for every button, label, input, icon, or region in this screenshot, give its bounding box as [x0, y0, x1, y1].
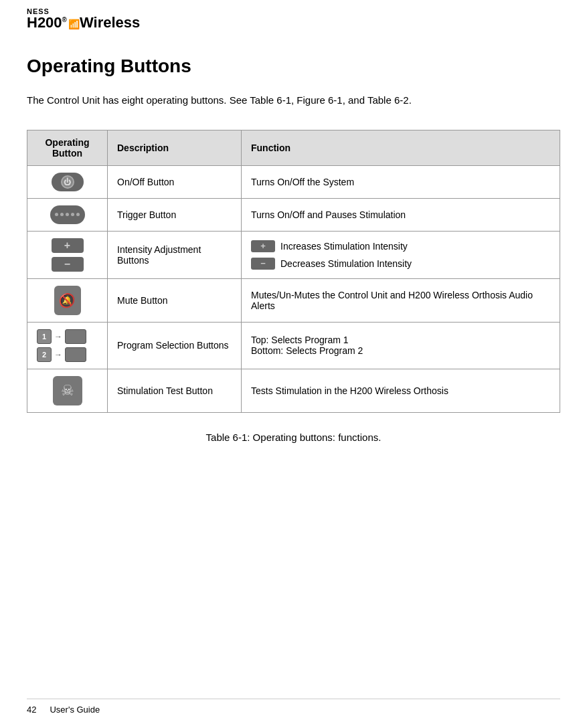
function-cell-mute: Mutes/Un-Mutes the Control Unit and H200…	[242, 278, 560, 322]
intensity-button-icons: + −	[37, 238, 98, 272]
button-cell-trigger	[27, 198, 108, 231]
small-increase-icon: +	[251, 240, 275, 252]
trigger-dots	[55, 213, 80, 216]
mute-button-icon: 🔕	[54, 286, 81, 315]
trigger-dot	[60, 213, 64, 216]
button-cell-intensity: + −	[27, 231, 108, 278]
description-cell-mute: Mute Button	[108, 278, 242, 322]
intensity-decrease-row: − Decreases Stimulation Intensity	[251, 258, 550, 270]
power-symbol: ⏻	[64, 178, 71, 186]
program-button-icons: 1 → 2 →	[37, 329, 98, 362]
main-content: Operating Buttons The Control Unit has e…	[0, 35, 587, 476]
trigger-button-icon	[50, 205, 85, 224]
function-cell-intensity: + Increases Stimulation Intensity − Decr…	[242, 231, 560, 278]
brand-logo: NESS H200® 📶 Wireless	[27, 8, 560, 30]
intensity-increase-row: + Increases Stimulation Intensity	[251, 240, 550, 252]
col-header-description: Description	[108, 130, 242, 165]
function-cell-onoff: Turns On/Off the System	[242, 165, 560, 198]
trigger-dot	[55, 213, 58, 216]
footer-label: User's Guide	[50, 705, 100, 715]
table-row: ☠ Stimulation Test Button Tests Stimulat…	[27, 369, 560, 412]
description-cell-onoff: On/Off Button	[108, 165, 242, 198]
button-cell-stimtest: ☠	[27, 369, 108, 412]
intensity-increase-icon: +	[52, 238, 84, 253]
brand-wireless: Wireless	[80, 15, 140, 30]
stimtest-button-icon: ☠	[53, 376, 82, 405]
col-header-operating-button: Operating Button	[27, 130, 108, 165]
function-cell-stimtest: Tests Stimulation in the H200 Wireless O…	[242, 369, 560, 412]
intro-paragraph: The Control Unit has eight operating but…	[27, 93, 560, 108]
prog-1-num: 1	[37, 329, 52, 344]
button-cell-program: 1 → 2 →	[27, 322, 108, 369]
description-cell-intensity: Intensity Adjustment Buttons	[108, 231, 242, 278]
mute-symbol: 🔕	[58, 292, 76, 308]
table-row: 1 → 2 → Program Selection Buttons Top: S…	[27, 322, 560, 369]
function-cell-trigger: Turns On/Off and Pauses Stimulation	[242, 198, 560, 231]
button-cell-onoff: ⏻	[27, 165, 108, 198]
intensity-decrease-icon: −	[52, 257, 84, 272]
table-header-row: Operating Button Description Function	[27, 130, 560, 165]
description-cell-program: Program Selection Buttons	[108, 322, 242, 369]
prog-arrow-icon: →	[54, 350, 62, 359]
description-cell-stimtest: Stimulation Test Button	[108, 369, 242, 412]
brand-h200: H200®	[27, 15, 67, 30]
small-decrease-icon: −	[251, 258, 275, 270]
stim-symbol: ☠	[61, 382, 74, 399]
table-row: + − Intensity Adjustment Buttons + Incre…	[27, 231, 560, 278]
program-function-label: Top: Selects Program 1Bottom: Selects Pr…	[251, 335, 363, 356]
prog-1-bar	[65, 329, 86, 344]
button-cell-mute: 🔕	[27, 278, 108, 322]
table-row: 🔕 Mute Button Mutes/Un-Mutes the Control…	[27, 278, 560, 322]
operating-buttons-table: Operating Button Description Function ⏻ …	[27, 130, 560, 413]
page-header: NESS H200® 📶 Wireless	[0, 0, 587, 35]
page-number: 42	[27, 705, 36, 715]
description-cell-trigger: Trigger Button	[108, 198, 242, 231]
page-title: Operating Buttons	[27, 56, 560, 77]
program-2-row: 2 →	[37, 347, 86, 362]
wifi-icon: 📶	[68, 19, 80, 29]
prog-2-bar	[65, 347, 86, 362]
table-caption: Table 6-1: Operating buttons: functions.	[27, 432, 560, 443]
trigger-dot	[71, 213, 74, 216]
intensity-decrease-label: Decreases Stimulation Intensity	[280, 258, 412, 269]
col-header-function: Function	[242, 130, 560, 165]
table-row: ⏻ On/Off Button Turns On/Off the System	[27, 165, 560, 198]
program-1-row: 1 →	[37, 329, 86, 344]
page-footer: 42 User's Guide	[27, 699, 560, 715]
trigger-dot	[76, 213, 80, 216]
prog-arrow-icon: →	[54, 332, 62, 341]
onoff-button-icon: ⏻	[52, 173, 84, 191]
onoff-inner-circle: ⏻	[61, 175, 74, 189]
table-row: Trigger Button Turns On/Off and Pauses S…	[27, 198, 560, 231]
prog-2-num: 2	[37, 347, 52, 362]
trigger-dot	[66, 213, 69, 216]
intensity-increase-label: Increases Stimulation Intensity	[280, 241, 408, 252]
function-cell-program: Top: Selects Program 1Bottom: Selects Pr…	[242, 322, 560, 369]
